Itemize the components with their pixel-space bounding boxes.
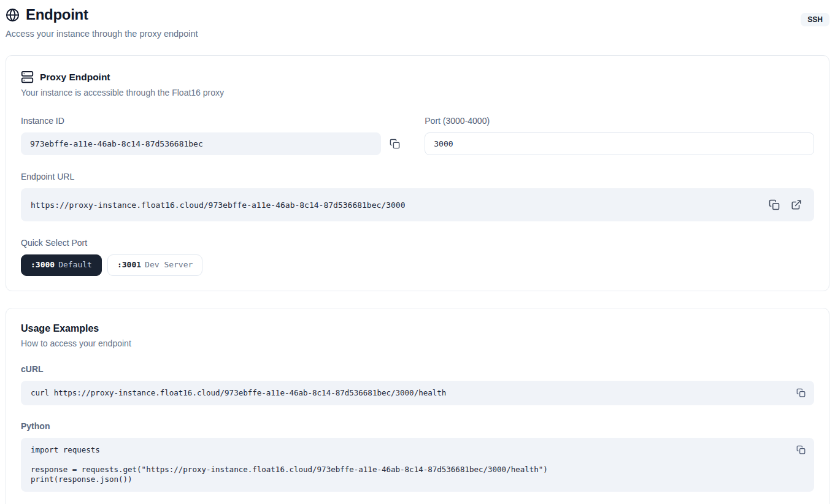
open-endpoint-url-button[interactable] — [788, 197, 804, 213]
curl-example: cURL curl https://proxy-instance.float16… — [21, 364, 814, 405]
page-header: Endpoint Access your instance through th… — [6, 6, 829, 39]
port-option-name: Dev Server — [145, 260, 193, 269]
copy-endpoint-url-button[interactable] — [766, 197, 782, 213]
page-header-left: Endpoint Access your instance through th… — [6, 6, 198, 39]
endpoint-url-value: https://proxy-instance.float16.cloud/973… — [31, 200, 405, 210]
port-option-number: :3000 — [31, 260, 55, 269]
instance-id-input[interactable] — [21, 132, 381, 155]
endpoint-page: Endpoint Access your instance through th… — [0, 0, 835, 504]
server-icon — [21, 71, 34, 83]
globe-icon — [6, 8, 20, 22]
port-input[interactable] — [425, 132, 814, 155]
curl-code-block: curl https://proxy-instance.float16.clou… — [21, 381, 814, 405]
usage-examples-card: Usage Examples How to access your endpoi… — [6, 308, 829, 504]
port-option-3001-button[interactable]: :3001Dev Server — [107, 254, 202, 276]
python-code: import requests response = requests.get(… — [31, 445, 786, 484]
usage-examples-subtitle: How to access your endpoint — [21, 338, 814, 348]
port-option-3000-button[interactable]: :3000Default — [21, 254, 102, 276]
curl-example-label: cURL — [21, 364, 814, 374]
endpoint-url-field: Endpoint URL https://proxy-instance.floa… — [21, 172, 814, 221]
copy-curl-code-button[interactable] — [794, 386, 808, 400]
copy-icon — [796, 388, 806, 397]
ssh-badge: SSH — [801, 13, 829, 26]
proxy-endpoint-card: Proxy Endpoint Your instance is accessib… — [6, 55, 829, 291]
copy-icon — [796, 445, 806, 454]
port-field: Port (3000-4000) — [425, 116, 814, 155]
page-title-row: Endpoint — [6, 6, 198, 23]
copy-instance-id-button[interactable] — [387, 136, 402, 151]
proxy-fields-grid: Instance ID Port (3000-4000) — [21, 116, 814, 155]
page-subtitle: Access your instance through the proxy e… — [6, 29, 198, 39]
python-code-block: import requests response = requests.get(… — [21, 438, 814, 492]
curl-code: curl https://proxy-instance.float16.clou… — [31, 388, 786, 398]
quick-select-port-buttons: :3000Default :3001Dev Server — [21, 254, 814, 276]
quick-select-port-label: Quick Select Port — [21, 238, 814, 248]
endpoint-url-label: Endpoint URL — [21, 172, 814, 181]
instance-id-label: Instance ID — [21, 116, 402, 126]
proxy-card-title: Proxy Endpoint — [40, 72, 110, 83]
instance-id-field: Instance ID — [21, 116, 402, 155]
quick-select-port-field: Quick Select Port :3000Default :3001Dev … — [21, 238, 814, 276]
proxy-card-subtitle: Your instance is accessible through the … — [21, 88, 814, 97]
page-title: Endpoint — [26, 6, 88, 23]
proxy-card-header: Proxy Endpoint — [21, 71, 814, 83]
port-option-number: :3001 — [117, 260, 141, 269]
copy-icon — [390, 139, 400, 149]
copy-python-code-button[interactable] — [794, 443, 808, 457]
port-option-name: Default — [58, 260, 92, 269]
usage-examples-title: Usage Examples — [21, 323, 814, 334]
port-label: Port (3000-4000) — [425, 116, 814, 126]
copy-icon — [769, 199, 780, 210]
external-link-icon — [791, 199, 802, 210]
endpoint-url-box: https://proxy-instance.float16.cloud/973… — [21, 188, 814, 221]
python-example-label: Python — [21, 421, 814, 431]
python-example: Python import requests response = reques… — [21, 421, 814, 492]
